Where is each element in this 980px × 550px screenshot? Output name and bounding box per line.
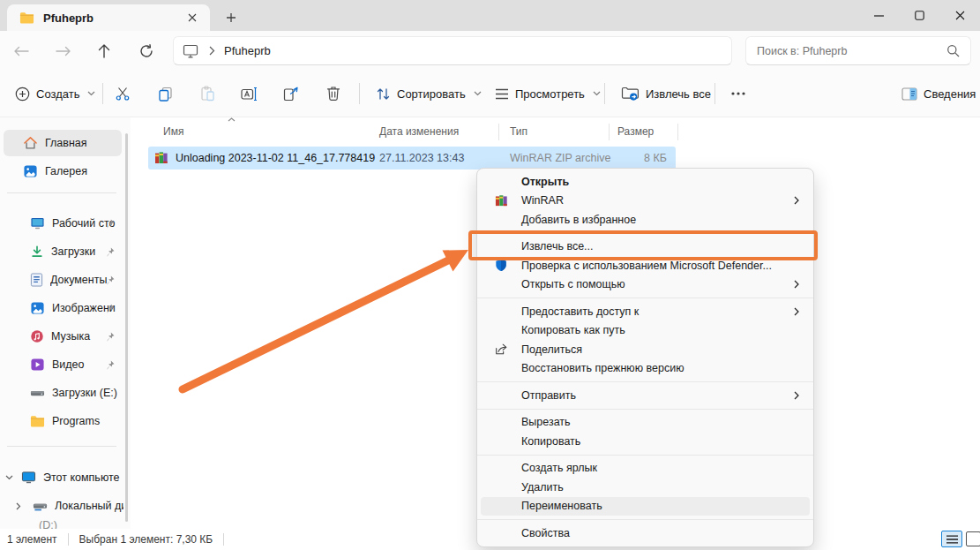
home-icon xyxy=(23,136,38,150)
chevron-down-icon[interactable] xyxy=(5,475,13,480)
menu-separator xyxy=(477,409,813,410)
menu-item-delete[interactable]: Удалить xyxy=(481,478,810,497)
sidebar-item-videos[interactable]: Видео xyxy=(0,351,123,378)
menu-item-label: Поделиться xyxy=(521,343,799,356)
sidebar-item-documents[interactable]: Документы xyxy=(0,267,123,293)
winrar-file-icon xyxy=(154,151,168,165)
file-type: WinRAR ZIP archive xyxy=(510,152,610,164)
this-pc-icon xyxy=(21,471,36,485)
forward-button[interactable] xyxy=(50,39,75,63)
details-pane-button[interactable]: Сведения xyxy=(894,78,980,109)
column-divider[interactable] xyxy=(677,124,678,140)
column-divider[interactable] xyxy=(609,124,610,140)
menu-item-add-to-favorites[interactable]: Добавить в избранное xyxy=(481,210,810,230)
delete-button[interactable] xyxy=(317,78,350,109)
menu-item-cut[interactable]: Вырезать xyxy=(481,413,810,433)
sidebar-item-label: Этот компьюте xyxy=(43,471,123,484)
sidebar-item-local-disk[interactable]: Локальный ди xyxy=(0,493,123,519)
menu-separator xyxy=(477,519,813,520)
menu-separator xyxy=(477,381,813,382)
column-size[interactable]: Размер xyxy=(617,125,654,138)
sidebar-separator xyxy=(7,192,116,193)
up-button[interactable] xyxy=(92,39,116,63)
pin-icon xyxy=(105,275,115,285)
menu-item-extract-all[interactable]: Извлечь все... xyxy=(481,237,810,257)
back-button[interactable] xyxy=(9,39,34,63)
menu-item-copy-as-path[interactable]: Копировать как путь xyxy=(481,321,810,341)
sidebar-item-music[interactable]: Музыка xyxy=(0,323,123,350)
sort-button[interactable]: Сортировать xyxy=(368,78,490,109)
menu-item-restore-previous[interactable]: Восстановить прежнюю версию xyxy=(481,359,810,379)
menu-item-label: WinRAR xyxy=(521,194,794,207)
menu-separator xyxy=(477,455,813,456)
breadcrumb[interactable]: Pfuheprb xyxy=(224,44,271,57)
menu-item-share[interactable]: Поделиться xyxy=(481,340,810,359)
refresh-button[interactable] xyxy=(134,39,159,63)
more-button[interactable] xyxy=(723,78,753,109)
sidebar-item-home[interactable]: Главная xyxy=(4,130,122,156)
column-divider[interactable] xyxy=(498,124,499,140)
menu-item-label: Удалить xyxy=(521,481,799,493)
menu-item-create-shortcut[interactable]: Создать ярлык xyxy=(481,459,810,478)
create-button[interactable]: Создать xyxy=(7,78,103,109)
menu-item-defender-scan[interactable]: Проверка с использованием Microsoft Defe… xyxy=(481,256,810,275)
rename-button[interactable] xyxy=(232,78,266,109)
menu-item-open[interactable]: Открыть xyxy=(481,172,810,192)
file-name[interactable]: Unloading 2023-11-02 11_46_17.778419 xyxy=(176,152,375,164)
sidebar-item-gallery[interactable]: Галерея xyxy=(0,158,123,185)
minimize-button[interactable] xyxy=(858,0,899,31)
folder-icon xyxy=(30,415,45,427)
sidebar-item-programs[interactable]: Programs xyxy=(0,408,123,434)
menu-item-open-with[interactable]: Открыть с помощью xyxy=(481,275,810,295)
cut-button[interactable] xyxy=(106,78,139,109)
sidebar-item-desktop[interactable]: Рабочий сто xyxy=(0,210,123,237)
details-view-toggle[interactable] xyxy=(941,531,962,547)
column-date[interactable]: Дата изменения xyxy=(379,125,459,138)
search-box[interactable]: Поиск в: Pfuheprb xyxy=(745,36,971,65)
chevron-right-icon[interactable] xyxy=(16,502,21,510)
close-window-button[interactable] xyxy=(939,0,980,31)
sidebar-scrollbar[interactable] xyxy=(125,133,128,522)
videos-icon xyxy=(30,358,45,372)
sidebar-item-label: Загрузки (E:) xyxy=(52,387,123,399)
sort-icon xyxy=(376,87,391,102)
menu-item-label: Проверка с использованием Microsoft Defe… xyxy=(521,260,799,272)
sidebar-item-drive-e[interactable]: Загрузки (E:) xyxy=(0,380,123,406)
pin-icon xyxy=(105,219,115,229)
menu-item-rename[interactable]: Переименовать xyxy=(481,497,810,516)
menu-item-send-to[interactable]: Отправить xyxy=(481,386,810,405)
extract-all-button[interactable]: Извлечь все xyxy=(613,78,719,109)
menu-item-give-access[interactable]: Предоставить доступ к xyxy=(481,302,810,321)
breadcrumb-chevron-icon xyxy=(209,46,215,56)
submenu-chevron-icon xyxy=(794,196,799,205)
tab-close-icon[interactable] xyxy=(183,9,201,26)
view-icon xyxy=(495,88,509,100)
sidebar-item-pictures[interactable]: Изображени xyxy=(0,295,123,321)
menu-item-winrar[interactable]: WinRAR xyxy=(481,192,810,211)
address-bar[interactable]: Pfuheprb xyxy=(173,36,732,65)
view-label: Просмотреть xyxy=(515,87,585,101)
maximize-button[interactable] xyxy=(899,0,939,31)
file-size: 8 КБ xyxy=(609,152,667,164)
file-date: 27.11.2023 13:43 xyxy=(379,152,464,164)
extract-icon xyxy=(621,86,640,102)
search-icon[interactable] xyxy=(946,44,960,57)
new-tab-button[interactable] xyxy=(221,8,242,27)
menu-item-label: Отправить xyxy=(521,389,794,402)
submenu-chevron-icon xyxy=(794,391,799,400)
sidebar-item-label: Галерея xyxy=(45,165,123,177)
explorer-tab[interactable]: Pfuheprb xyxy=(7,4,210,31)
toolbar-separator xyxy=(102,83,103,104)
view-button[interactable]: Просмотреть xyxy=(487,78,609,109)
sidebar-item-downloads[interactable]: Загрузки xyxy=(0,238,123,265)
sidebar-item-this-pc[interactable]: Этот компьюте xyxy=(0,464,123,491)
sidebar-item-partial[interactable]: (D:) xyxy=(0,521,123,529)
column-type[interactable]: Тип xyxy=(510,125,527,138)
column-name[interactable]: Имя xyxy=(163,125,183,138)
menu-item-copy[interactable]: Копировать xyxy=(481,432,810,451)
menu-item-properties[interactable]: Свойства xyxy=(481,524,810,543)
thumbnails-view-toggle[interactable] xyxy=(966,531,980,546)
sidebar-item-label: (D:) xyxy=(39,521,123,529)
share-button[interactable] xyxy=(274,78,308,109)
copy-button[interactable] xyxy=(148,78,182,109)
